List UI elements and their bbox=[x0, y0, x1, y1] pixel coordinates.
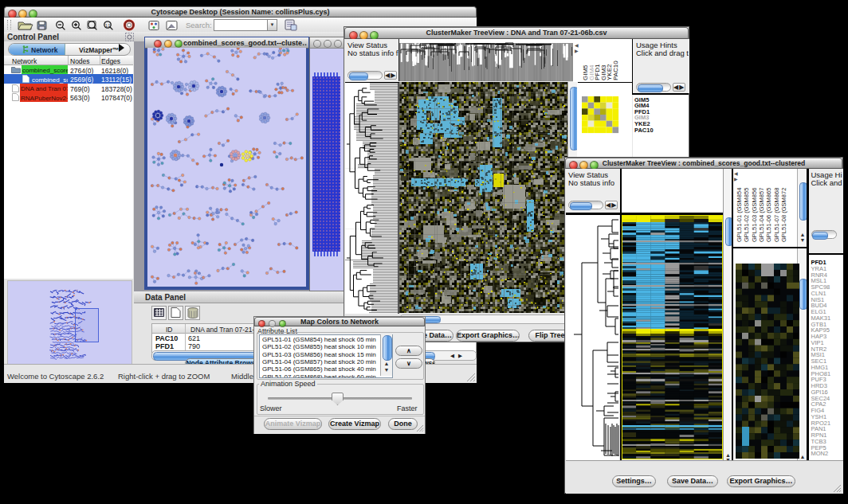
svg-text:GPL51-08 (GSM872: GPL51-08 (GSM872 bbox=[780, 188, 787, 242]
svg-text:1:1: 1:1 bbox=[105, 24, 111, 28]
svg-text:PAC10: PAC10 bbox=[612, 61, 619, 80]
svg-text:GPL51-07 (GSM868: GPL51-07 (GSM868 bbox=[773, 188, 780, 242]
svg-text:GPL51-04 (GSM857: GPL51-04 (GSM857 bbox=[758, 188, 765, 242]
svg-text:GPL51-01 (GSM854: GPL51-01 (GSM854 bbox=[736, 188, 743, 242]
svg-text:GPL51-03 (GSM856: GPL51-03 (GSM856 bbox=[751, 188, 758, 242]
svg-text:GPL51-02 (GSM855: GPL51-02 (GSM855 bbox=[743, 188, 750, 242]
svg-text:GPL51-06 (GSM865: GPL51-06 (GSM865 bbox=[765, 188, 772, 242]
